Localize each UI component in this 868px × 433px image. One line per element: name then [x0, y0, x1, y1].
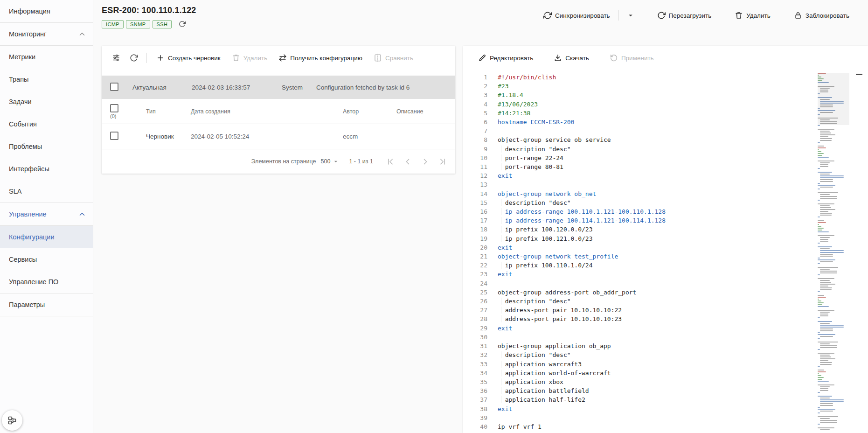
prev-page-button[interactable] — [402, 155, 414, 168]
separator — [146, 53, 147, 63]
line-number: 31 — [469, 342, 487, 350]
code-viewer[interactable]: 1#!/usr/bin/clish2#233#1.18.44#13/06/202… — [463, 70, 868, 433]
config-rows: Черновик2024-02-05 10:52:24eccm — [102, 124, 455, 149]
config-table-header: (0) Тип Дата создания Автор Описание — [102, 99, 455, 124]
line-number: 32 — [469, 350, 487, 359]
code-line: 25object-group address-port ob_addr_port — [469, 288, 807, 297]
sidebar-nav: ИнформацияМониторингМетрикиТрапыЗадачиСо… — [0, 0, 93, 316]
select-all-checkbox[interactable] — [110, 104, 118, 112]
code-line: 40ip vrf vrf 1 — [469, 422, 807, 431]
code-line: 38exit — [469, 405, 807, 413]
line-text: address-port pair 10.10.10.10:23 — [487, 314, 622, 323]
sidebar-item-metrics[interactable]: Метрики — [0, 46, 93, 68]
actual-config-author: System — [282, 84, 316, 91]
line-text: port-range 22-24 — [487, 154, 563, 162]
checkbox-cell — [110, 83, 132, 92]
page-size-label: Элементов на странице — [251, 158, 316, 165]
code-line: 6hostname ECCM-ESR-200 — [469, 118, 807, 126]
line-text: object-group service ob_service — [487, 135, 611, 144]
protocol-badge-icmp: ICMP — [102, 20, 124, 28]
code-line: 12exit — [469, 171, 807, 180]
apply-config-button[interactable]: Применить — [608, 51, 656, 65]
filter-button[interactable] — [111, 53, 121, 63]
line-number: 36 — [469, 386, 487, 395]
line-number: 28 — [469, 314, 487, 323]
sidebar-item-software-management[interactable]: Управление ПО — [0, 271, 93, 293]
line-text: application world-of-warcraft — [487, 369, 611, 377]
sidebar-item-tasks[interactable]: Задачи — [0, 91, 93, 113]
line-number: 40 — [469, 422, 487, 431]
sidebar-item-information[interactable]: Информация — [0, 0, 93, 22]
line-text — [487, 413, 498, 422]
line-number: 19 — [469, 234, 487, 243]
compare-button[interactable]: Сравнить — [372, 51, 415, 65]
synchronize-menu-button[interactable] — [625, 10, 636, 21]
protocol-badges: ICMPSNMPSSH — [102, 20, 196, 28]
sidebar-item-sla[interactable]: SLA — [0, 180, 93, 203]
edit-config-button[interactable]: Редактировать — [476, 51, 535, 65]
delete-device-button[interactable]: Удалить — [733, 8, 772, 22]
line-text: description "desc" — [487, 145, 571, 154]
actual-config-row[interactable]: Актуальная 2024-02-03 16:33:57 System Co… — [102, 76, 455, 99]
sidebar-item-label: Управление ПО — [9, 278, 58, 286]
code-line: 3#1.18.4 — [469, 91, 807, 99]
synchronize-label: Синхронизировать — [555, 12, 610, 19]
config-row[interactable]: Черновик2024-02-05 10:52:24eccm — [102, 124, 455, 149]
code-line: 30 — [469, 333, 807, 342]
fetch-config-button[interactable]: Получить конфигурацию — [277, 51, 364, 65]
caret-down-icon — [626, 11, 635, 20]
next-page-button[interactable] — [419, 155, 431, 168]
sidebar-item-interfaces[interactable]: Интерфейсы — [0, 158, 93, 180]
line-text: object-group network test_profile — [487, 252, 618, 261]
last-page-button[interactable] — [436, 155, 449, 168]
delete-device-label: Удалить — [746, 12, 771, 19]
trash-icon — [735, 11, 743, 20]
protocol-badge-snmp: SNMP — [126, 20, 150, 28]
code-line: 20exit — [469, 243, 807, 252]
line-text — [487, 126, 498, 135]
first-page-icon — [386, 157, 395, 166]
delete-config-button[interactable]: Удалить — [230, 51, 270, 65]
code-line: 2#23 — [469, 82, 807, 91]
sidebar-item-label: Проблемы — [9, 143, 42, 150]
create-draft-button[interactable]: Создать черновик — [154, 51, 222, 65]
code-line: 10 port-range 22-24 — [469, 154, 807, 162]
line-number: 9 — [469, 145, 487, 154]
synchronize-button[interactable]: Синхронизировать — [542, 8, 612, 22]
page-size-select[interactable]: 500 — [321, 158, 340, 165]
code-line: 37 application half-life2 — [469, 395, 807, 404]
config-list-toolbar: Создать черновик Удалить Получить конфиг… — [102, 46, 455, 70]
restart-icon — [657, 11, 666, 20]
line-text: exit — [487, 270, 512, 279]
reboot-button[interactable]: Перезагрузить — [655, 8, 714, 22]
fetch-config-label: Получить конфигурацию — [290, 55, 362, 62]
sidebar-item-services[interactable]: Сервисы — [0, 248, 93, 271]
sidebar-item-traps[interactable]: Трапы — [0, 68, 93, 91]
sidebar-item-events[interactable]: События — [0, 113, 93, 135]
minimap-viewport[interactable] — [818, 73, 849, 125]
collapse-editor-icon[interactable] — [856, 74, 862, 75]
refresh-icon — [130, 54, 138, 62]
sidebar-item-parameters[interactable]: Параметры — [0, 293, 93, 316]
line-text: object-group network ob_net — [487, 189, 596, 198]
code-line: 34 application world-of-warcraft — [469, 369, 807, 377]
line-number: 16 — [469, 207, 487, 216]
sidebar-item-management[interactable]: Управление — [0, 203, 93, 225]
download-config-button[interactable]: Скачать — [552, 51, 591, 65]
row-checkbox[interactable] — [110, 132, 118, 140]
first-page-button[interactable] — [384, 155, 397, 168]
code-line: 8object-group service ob_service — [469, 135, 807, 144]
refresh-list-button[interactable] — [129, 53, 139, 63]
line-number: 26 — [469, 297, 487, 306]
sidebar-item-problems[interactable]: Проблемы — [0, 135, 93, 158]
line-number: 18 — [469, 225, 487, 234]
lock-device-button[interactable]: Заблокировать — [792, 8, 851, 22]
refresh-availability-button[interactable] — [178, 20, 187, 28]
sidebar-item-monitoring[interactable]: Мониторинг — [0, 23, 93, 45]
actual-row-checkbox[interactable] — [110, 83, 118, 91]
line-number: 23 — [469, 270, 487, 279]
topology-fab-button[interactable] — [2, 410, 22, 431]
compare-icon — [374, 54, 382, 62]
sidebar-item-configurations[interactable]: Конфигурации — [0, 226, 93, 248]
code-minimap[interactable] — [818, 73, 849, 430]
